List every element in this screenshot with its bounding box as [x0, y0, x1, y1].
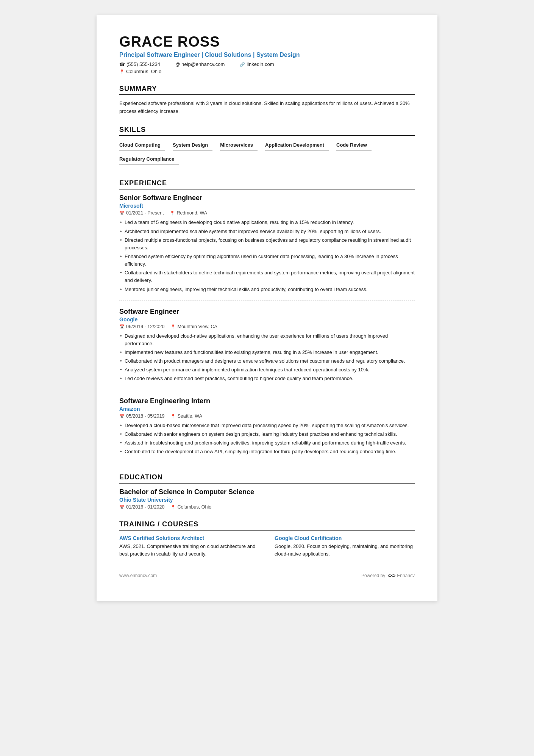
exp-bullet: Directed multiple cross-functional proje… [119, 236, 415, 252]
location-pin-icon [119, 69, 125, 74]
training-item-text: AWS, 2021. Comprehensive training on clo… [119, 543, 259, 558]
skill-item: Regulatory Compliance [119, 155, 179, 165]
exp-bullet: Implemented new features and functionali… [119, 349, 415, 356]
exp-company: Microsoft [119, 203, 415, 209]
candidate-name: GRACE ROSS [119, 34, 415, 50]
skills-section: SKILLS Cloud ComputingSystem DesignMicro… [119, 126, 415, 169]
header-section: GRACE ROSS Principal Software Engineer |… [119, 34, 415, 74]
training-section: TRAINING / COURSES AWS Certified Solutio… [119, 520, 415, 558]
exp-dates-item: 01/2021 - Present [119, 210, 164, 216]
skills-title: SKILLS [119, 126, 415, 136]
exp-bullet: Developed a cloud-based microservice tha… [119, 422, 415, 429]
exp-dates: 06/2019 - 12/2020 [126, 324, 164, 329]
edu-location-item: Columbus, Ohio [170, 504, 211, 510]
edu-dates: 01/2016 - 01/2020 [126, 504, 164, 510]
exp-job-title: Software Engineering Intern [119, 397, 415, 405]
contact-row: (555) 555-1234 help@enhancv.com linkedin… [119, 61, 415, 67]
experience-entries: Senior Software EngineerMicrosoft 01/202… [119, 194, 415, 463]
exp-location: Redmond, WA [176, 210, 207, 216]
email-contact: help@enhancv.com [175, 61, 225, 67]
footer-website: www.enhancv.com [119, 573, 157, 578]
training-item: AWS Certified Solutions ArchitectAWS, 20… [119, 535, 259, 558]
skill-item: Microservices [220, 141, 258, 151]
calendar-icon [119, 210, 125, 216]
footer: www.enhancv.com Powered by Enhancv [119, 573, 415, 578]
enhancv-logo: Enhancv [387, 573, 415, 578]
edu-meta: 01/2016 - 01/2020 Columbus, Ohio [119, 504, 415, 510]
training-title: TRAINING / COURSES [119, 520, 415, 531]
location-text: Columbus, Ohio [126, 69, 161, 74]
exp-bullets: Led a team of 5 engineers in developing … [119, 219, 415, 293]
email-icon [175, 61, 180, 67]
calendar-icon [119, 324, 125, 329]
exp-location-item: Redmond, WA [170, 210, 207, 216]
training-grid: AWS Certified Solutions ArchitectAWS, 20… [119, 535, 415, 558]
footer-brand: Powered by Enhancv [361, 573, 415, 578]
calendar-icon [119, 413, 125, 419]
link-icon [240, 61, 245, 67]
edu-dates-item: 01/2016 - 01/2020 [119, 504, 164, 510]
powered-by-text: Powered by [361, 573, 385, 578]
location-row: Columbus, Ohio [119, 69, 415, 74]
edu-degree: Bachelor of Science in Computer Science [119, 488, 415, 496]
pin-icon [170, 210, 175, 216]
exp-dates: 01/2021 - Present [126, 210, 164, 216]
exp-bullet: Assisted in troubleshooting and problem-… [119, 439, 415, 447]
exp-dates: 05/2018 - 05/2019 [126, 413, 164, 419]
experience-section: EXPERIENCE Senior Software EngineerMicro… [119, 179, 415, 463]
email-address: help@enhancv.com [181, 61, 225, 67]
exp-location-item: Mountain View, CA [170, 324, 217, 329]
summary-section: SUMMARY Experienced software professiona… [119, 85, 415, 116]
education-title: EDUCATION [119, 473, 415, 484]
calendar-icon [119, 504, 125, 510]
exp-company: Google [119, 316, 415, 322]
experience-entry: Software EngineerGoogle 06/2019 - 12/202… [119, 308, 415, 390]
summary-text: Experienced software professional with 3… [119, 100, 415, 116]
exp-bullet: Analyzed system performance and implemen… [119, 366, 415, 374]
phone-contact: (555) 555-1234 [119, 61, 160, 67]
exp-location-item: Seattle, WA [170, 413, 202, 419]
exp-location: Mountain View, CA [177, 324, 217, 329]
exp-bullet: Collaborated with senior engineers on sy… [119, 430, 415, 438]
edu-location: Columbus, Ohio [177, 504, 211, 510]
exp-company: Amazon [119, 406, 415, 412]
resume-document: GRACE ROSS Principal Software Engineer |… [97, 15, 437, 601]
phone-number: (555) 555-1234 [126, 61, 160, 67]
training-item: Google Cloud CertificationGoogle, 2020. … [275, 535, 415, 558]
experience-entry: Senior Software EngineerMicrosoft 01/202… [119, 194, 415, 301]
exp-bullet: Collaborated with product managers and d… [119, 357, 415, 365]
linkedin-url: linkedin.com [247, 61, 274, 67]
exp-bullet: Contributed to the development of a new … [119, 448, 415, 455]
candidate-title: Principal Software Engineer | Cloud Solu… [119, 52, 415, 58]
exp-bullet: Designed and developed cloud-native appl… [119, 332, 415, 347]
skills-container: Cloud ComputingSystem DesignMicroservice… [119, 141, 415, 169]
pin-icon [170, 324, 176, 329]
exp-meta: 01/2021 - Present Redmond, WA [119, 210, 415, 216]
exp-job-title: Software Engineer [119, 308, 415, 316]
exp-bullet: Led a team of 5 engineers in developing … [119, 219, 415, 226]
exp-meta: 05/2018 - 05/2019 Seattle, WA [119, 413, 415, 419]
skill-item: Application Development [265, 141, 329, 151]
exp-bullet: Enhanced system efficiency by optimizing… [119, 253, 415, 268]
exp-meta: 06/2019 - 12/2020 Mountain View, CA [119, 324, 415, 329]
exp-bullet: Led code reviews and enforced best pract… [119, 375, 415, 382]
skill-item: Code Review [336, 141, 372, 151]
exp-bullets: Designed and developed cloud-native appl… [119, 332, 415, 383]
education-section: EDUCATION Bachelor of Science in Compute… [119, 473, 415, 510]
exp-dates-item: 05/2018 - 05/2019 [119, 413, 164, 419]
edu-pin-icon [170, 504, 176, 510]
skill-item: Cloud Computing [119, 141, 165, 151]
summary-title: SUMMARY [119, 85, 415, 95]
enhancv-logo-svg [387, 573, 396, 578]
exp-dates-item: 06/2019 - 12/2020 [119, 324, 164, 329]
training-item-text: Google, 2020. Focus on deploying, mainta… [275, 543, 415, 558]
exp-bullets: Developed a cloud-based microservice tha… [119, 422, 415, 456]
experience-entry: Software Engineering InternAmazon 05/201… [119, 397, 415, 463]
pin-icon [170, 413, 176, 419]
experience-title: EXPERIENCE [119, 179, 415, 189]
exp-bullet: Architected and implemented scalable sys… [119, 228, 415, 235]
edu-school: Ohio State University [119, 497, 415, 503]
training-item-title: AWS Certified Solutions Architect [119, 535, 259, 541]
enhancv-brand-name: Enhancv [397, 573, 415, 578]
exp-job-title: Senior Software Engineer [119, 194, 415, 202]
